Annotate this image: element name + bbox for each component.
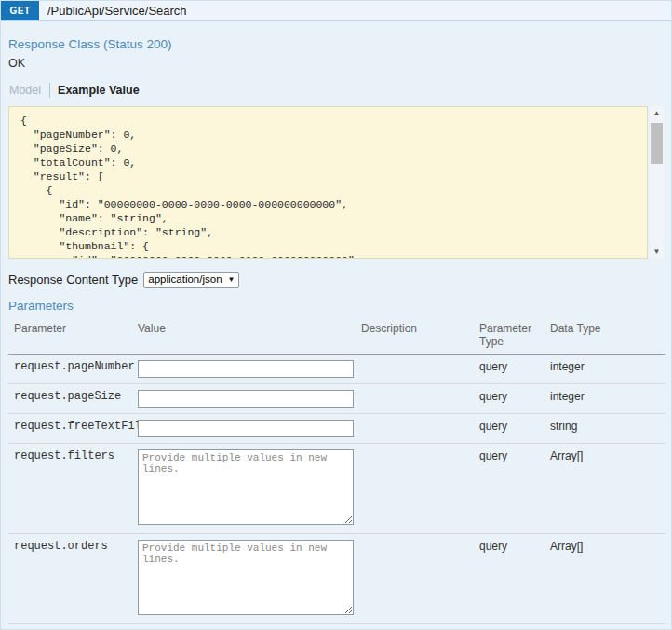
col-data-type: Data Type xyxy=(544,318,665,355)
operation-heading: GET /PublicApi/Service/Search xyxy=(1,1,671,21)
code-line: "thumbnail": { xyxy=(20,239,647,253)
col-value: Value xyxy=(132,318,356,355)
swagger-operation-panel: GET /PublicApi/Service/Search Response C… xyxy=(0,0,672,630)
code-line: "totalCount": 0, xyxy=(20,155,647,169)
code-scrollbar[interactable]: ▲ ▼ xyxy=(650,106,664,259)
code-line: "result": [ xyxy=(20,169,647,183)
code-line: "description": "string", xyxy=(20,225,647,239)
param-description xyxy=(356,355,474,384)
parameters-title: Parameters xyxy=(8,299,664,313)
param-data-type: string xyxy=(544,624,665,630)
chevron-down-icon: ▼ xyxy=(228,275,235,284)
table-row: request.pageNumber query integer xyxy=(8,355,665,384)
param-name: request.pageSize xyxy=(8,384,132,414)
table-row: request.pageSize query integer xyxy=(8,384,665,414)
param-type: query xyxy=(474,444,544,534)
param-value-textarea[interactable] xyxy=(138,449,354,525)
http-method-badge[interactable]: GET xyxy=(1,1,39,20)
table-row: Auth-Token The Authorization Token obtai… xyxy=(8,624,665,630)
code-line: { xyxy=(20,114,647,127)
code-line: "id": "00000000-0000-0000-0000-000000000… xyxy=(20,197,647,211)
example-value-block: { "pageNumber": 0, "pageSize": 0, "total… xyxy=(8,106,664,259)
param-name: Auth-Token xyxy=(8,624,132,630)
param-data-type: integer xyxy=(544,355,665,384)
param-name: request.pageNumber xyxy=(8,355,132,384)
code-line: "id": "00000000-0000-0000-0000-000000000… xyxy=(20,253,647,259)
col-parameter: Parameter xyxy=(8,318,132,355)
param-data-type: string xyxy=(544,414,665,444)
tab-model[interactable]: Model xyxy=(8,83,50,98)
param-description xyxy=(356,384,474,414)
param-name: request.filters xyxy=(8,444,132,534)
response-status-text: OK xyxy=(8,57,664,70)
response-class-title: Response Class (Status 200) xyxy=(8,37,664,51)
table-row: request.orders query Array[] xyxy=(8,534,665,624)
col-parameter-type: Parameter Type xyxy=(474,318,544,355)
param-description xyxy=(356,414,474,444)
operation-path-link[interactable]: /PublicApi/Service/Search xyxy=(39,1,187,20)
param-name: request.freeTextFilter xyxy=(8,414,132,444)
param-description xyxy=(356,534,474,624)
param-description xyxy=(356,444,474,534)
param-type: header xyxy=(474,624,544,630)
param-type: query xyxy=(474,384,544,414)
param-value-input[interactable] xyxy=(138,360,354,378)
param-data-type: Array[] xyxy=(544,534,665,624)
table-row: request.freeTextFilter query string xyxy=(8,414,665,444)
operation-content: Response Class (Status 200) OK Model Exa… xyxy=(1,37,671,630)
scrollbar-thumb[interactable] xyxy=(651,123,663,164)
tab-example-value[interactable]: Example Value xyxy=(50,83,147,98)
param-value-textarea[interactable] xyxy=(138,540,354,615)
param-value-input[interactable] xyxy=(138,420,354,437)
param-value-input[interactable] xyxy=(138,390,354,408)
col-description: Description xyxy=(356,318,474,355)
code-line: "pageNumber": 0, xyxy=(20,127,647,141)
param-data-type: Array[] xyxy=(544,444,665,534)
response-content-type-value: application/json xyxy=(148,274,222,285)
code-line: "pageSize": 0, xyxy=(20,141,647,155)
example-json-code: { "pageNumber": 0, "pageSize": 0, "total… xyxy=(8,106,648,259)
code-line: { xyxy=(20,183,647,197)
table-row: request.filters query Array[] xyxy=(8,444,665,534)
response-tabs: Model Example Value xyxy=(8,83,664,98)
code-line: "name": "string", xyxy=(20,211,647,225)
param-name: request.orders xyxy=(8,534,132,624)
table-header-row: Parameter Value Description Parameter Ty… xyxy=(8,318,665,355)
scroll-up-icon[interactable]: ▲ xyxy=(650,106,664,120)
response-content-type-row: Response Content Type application/json ▼ xyxy=(8,272,664,288)
response-content-type-label: Response Content Type xyxy=(8,273,138,287)
param-data-type: integer xyxy=(544,384,665,414)
param-type: query xyxy=(474,355,544,384)
param-type: query xyxy=(474,414,544,444)
parameters-table: Parameter Value Description Parameter Ty… xyxy=(8,318,665,630)
param-type: query xyxy=(474,534,544,624)
scroll-down-icon[interactable]: ▼ xyxy=(650,245,664,259)
response-content-type-select[interactable]: application/json ▼ xyxy=(143,272,239,288)
param-description: The Authorization Token obtained from th… xyxy=(356,624,474,630)
